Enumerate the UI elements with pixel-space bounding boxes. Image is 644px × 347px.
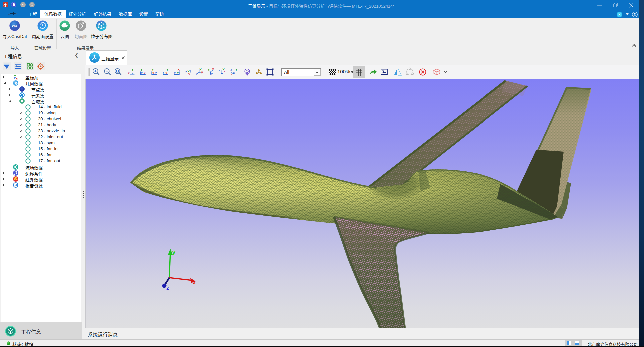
svg-text:x: x: [212, 68, 214, 71]
svg-text:x: x: [224, 69, 225, 73]
svg-text:Y: Y: [208, 68, 210, 71]
svg-text:x: x: [201, 70, 203, 73]
svg-text:Y: Y: [235, 68, 237, 71]
svg-text:x: x: [166, 71, 167, 75]
svg-text:x: x: [152, 71, 154, 75]
svg-text:z: z: [155, 71, 157, 75]
svg-text:z: z: [141, 71, 143, 75]
svg-text:y: y: [172, 250, 175, 255]
svg-text:z: z: [174, 71, 176, 75]
svg-text:X: X: [188, 72, 191, 76]
svg-text:z: z: [132, 71, 134, 74]
svg-text:cas: cas: [12, 24, 17, 28]
svg-text:z: z: [14, 77, 15, 80]
svg-text:x: x: [193, 279, 196, 285]
svg-text:Y: Y: [177, 71, 179, 75]
svg-text:z: z: [219, 68, 220, 72]
svg-text:z: z: [163, 71, 164, 75]
svg-text:x: x: [128, 71, 130, 75]
svg-text:x: x: [144, 71, 146, 75]
svg-text:x: x: [231, 72, 232, 76]
svg-text:z: z: [166, 285, 169, 291]
svg-text:z: z: [196, 72, 197, 75]
svg-text:z: z: [230, 68, 232, 71]
svg-text:z: z: [185, 70, 187, 74]
svg-text:z: z: [211, 72, 213, 76]
